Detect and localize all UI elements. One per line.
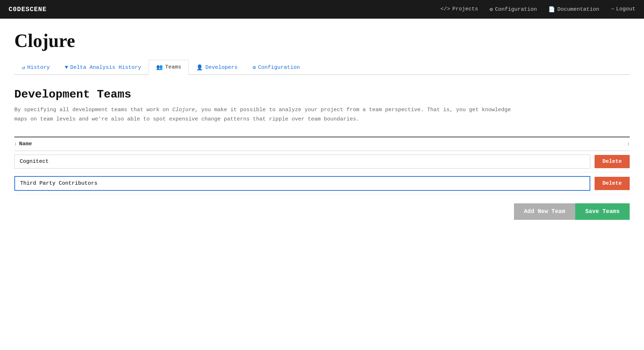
- nav-configuration[interactable]: ⚙ Configuration: [490, 6, 537, 13]
- history-icon: ↺: [22, 64, 25, 71]
- tab-teams[interactable]: 👥 Teams: [149, 60, 189, 75]
- config-icon: ⚙: [253, 64, 256, 71]
- gear-icon: ⚙: [490, 6, 493, 13]
- nav-projects[interactable]: </> Projects: [441, 6, 478, 12]
- section-description: By specifying all development teams that…: [14, 105, 516, 124]
- tab-delta-analysis-history[interactable]: ▼ Delta Analysis History: [57, 60, 149, 75]
- actions-row: Add New Team Save Teams: [14, 203, 630, 220]
- filter-icon: ▼: [65, 65, 68, 71]
- team-name-input-1[interactable]: [14, 155, 590, 169]
- section-title: Development Teams: [14, 88, 630, 101]
- team-name-input-2[interactable]: [14, 176, 590, 191]
- nav-logout[interactable]: → Logout: [611, 6, 635, 12]
- table-row: Delete: [14, 151, 630, 172]
- brand: C0DESCENE: [9, 6, 47, 13]
- add-new-team-button[interactable]: Add New Team: [514, 203, 575, 220]
- tab-history[interactable]: ↺ History: [14, 60, 57, 75]
- teams-icon: 👥: [156, 64, 163, 71]
- page-title: Clojure: [14, 30, 630, 51]
- tab-configuration[interactable]: ⚙ Configuration: [245, 60, 307, 75]
- sort-icon-right[interactable]: ↕: [627, 142, 630, 147]
- navbar: C0DESCENE </> Projects ⚙ Configuration 📄…: [0, 0, 644, 19]
- tabs-bar: ↺ History ▼ Delta Analysis History 👥 Tea…: [14, 60, 630, 75]
- logout-icon: →: [611, 6, 614, 12]
- nav-links: </> Projects ⚙ Configuration 📄 Documenta…: [441, 6, 635, 13]
- tab-developers[interactable]: 👤 Developers: [189, 60, 245, 75]
- column-name: ↕ Name: [14, 141, 32, 147]
- table-row: Delete: [14, 172, 630, 195]
- nav-documentation[interactable]: 📄 Documentation: [548, 6, 599, 13]
- save-teams-button[interactable]: Save Teams: [575, 203, 630, 220]
- delete-button-1[interactable]: Delete: [595, 155, 630, 168]
- main-content: Clojure ↺ History ▼ Delta Analysis Histo…: [0, 19, 644, 231]
- delete-button-2[interactable]: Delete: [595, 177, 630, 190]
- doc-icon: 📄: [548, 6, 555, 13]
- projects-icon: </>: [441, 6, 450, 12]
- developer-icon: 👤: [196, 64, 203, 71]
- table-header: ↕ Name ↕: [14, 137, 630, 151]
- sort-icon[interactable]: ↕: [14, 142, 17, 147]
